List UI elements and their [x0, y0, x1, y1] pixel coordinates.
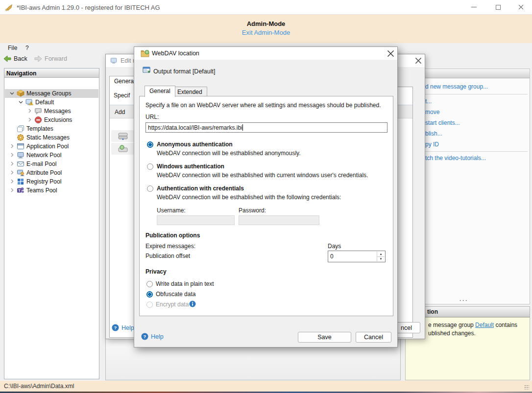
- output-format-icon: [143, 67, 151, 74]
- radio-windows-authentication[interactable]: [147, 163, 153, 170]
- password-input[interactable]: [239, 215, 319, 225]
- plain-text-label[interactable]: Write data in plain text: [156, 280, 214, 287]
- webdav-general-tab-content: Specify a file on an WebDAV server where…: [139, 96, 393, 316]
- chevron-right-icon[interactable]: [27, 117, 32, 122]
- webdav-help-link[interactable]: ? Help: [141, 333, 164, 340]
- chevron-right-icon[interactable]: [9, 187, 15, 193]
- task-link-copy-id[interactable]: py ID: [425, 141, 439, 148]
- password-label: Password:: [239, 207, 266, 214]
- message-groups-icon: [17, 90, 24, 97]
- minimize-button[interactable]: [465, 0, 482, 14]
- tree-item-teams-pool[interactable]: T Teams Pool: [5, 186, 98, 195]
- publication-offset-label: Publication offset: [145, 253, 190, 259]
- chevron-down-icon[interactable]: [9, 91, 15, 96]
- chevron-right-icon[interactable]: [9, 161, 15, 166]
- tree-item-attribute-pool[interactable]: Attribute Pool: [5, 168, 98, 177]
- webdav-dialog-title: WebDAV location: [152, 50, 199, 57]
- url-input[interactable]: https://data.local/IBI-aws/remarks.ibi: [145, 122, 387, 133]
- tab-extended[interactable]: Extended: [172, 87, 207, 97]
- menu-help[interactable]: ?: [25, 45, 29, 51]
- minimize-icon: [471, 7, 477, 7]
- task-link-add-message-group[interactable]: d new message group...: [425, 83, 488, 90]
- panel-splitter[interactable]: ···: [459, 297, 468, 304]
- close-icon: [518, 4, 524, 10]
- publication-options-header: Publication options: [145, 232, 200, 239]
- network-pool-icon: [17, 151, 24, 159]
- back-button[interactable]: Back: [3, 55, 27, 62]
- tree-label: Teams Pool: [26, 187, 57, 194]
- radio-anonymous-authentication[interactable]: [147, 141, 153, 148]
- radio-obfuscate-data[interactable]: [146, 291, 153, 298]
- chevron-down-icon[interactable]: [18, 99, 24, 105]
- task-link-publish[interactable]: blish...: [425, 130, 442, 137]
- tree-item-email-pool[interactable]: E-mail Pool: [5, 160, 98, 168]
- tree-label: Static Messages: [26, 134, 70, 141]
- svg-text:?: ?: [114, 325, 117, 330]
- credentials-authentication-label[interactable]: Authentication with credentials: [157, 185, 244, 192]
- windows-authentication-desc: WebDAV connection will be esthablished w…: [157, 172, 368, 179]
- encrypt-data-label: Encrypt data: [156, 301, 189, 308]
- webdav-dialog-close-button[interactable]: [387, 50, 395, 58]
- add-button[interactable]: Add: [115, 109, 125, 116]
- forward-button[interactable]: Forward: [34, 55, 67, 62]
- tree-label: Exclusions: [44, 116, 72, 123]
- resize-grip[interactable]: [524, 385, 529, 390]
- webdav-description: Specify a file on an WebDAV server where…: [145, 102, 381, 109]
- tree-item-templates[interactable]: Templates: [5, 124, 98, 133]
- tab-general[interactable]: General: [145, 86, 175, 97]
- tree-item-messages[interactable]: Messages: [5, 107, 98, 116]
- tree-item-application-pool[interactable]: Application Pool: [5, 142, 98, 151]
- anonymous-authentication-desc: WebDAV connection will be esthablished a…: [157, 150, 301, 157]
- menu-file[interactable]: File: [8, 45, 17, 51]
- information-text-line2: ublished changes.: [428, 330, 476, 337]
- task-link-edit[interactable]: t...: [425, 98, 432, 105]
- exit-admin-mode-link[interactable]: Exit Admin-Mode: [0, 29, 532, 36]
- output-format-label: Output format [Default]: [153, 68, 215, 75]
- chevron-right-icon[interactable]: [27, 108, 32, 114]
- close-button[interactable]: [512, 0, 529, 14]
- tree-item-default[interactable]: Default: [5, 98, 98, 107]
- username-input[interactable]: [157, 215, 235, 225]
- chevron-right-icon[interactable]: [9, 170, 15, 175]
- radio-encrypt-data[interactable]: [146, 301, 153, 308]
- task-link-remove[interactable]: move: [425, 109, 439, 116]
- drive-icon: [118, 131, 128, 141]
- info-icon[interactable]: [189, 301, 196, 307]
- credentials-authentication-desc: WebDAV connection will be esthablished w…: [157, 194, 341, 201]
- obfuscate-data-label[interactable]: Obfuscate data: [156, 291, 195, 298]
- webdav-drive-icon: [118, 144, 128, 154]
- tree-item-static-messages[interactable]: Static Messages: [5, 133, 98, 142]
- spin-down-icon[interactable]: ▼: [377, 257, 385, 262]
- application-pool-icon: [17, 142, 24, 150]
- chevron-right-icon[interactable]: [9, 143, 15, 149]
- back-arrow-icon: [3, 55, 11, 62]
- information-text-line1: e message group Default contains: [428, 322, 517, 328]
- message-group-warning-icon: [25, 98, 33, 106]
- windows-authentication-label[interactable]: Windows authentication: [157, 163, 224, 170]
- tree-item-network-pool[interactable]: Network Pool: [5, 151, 98, 160]
- spin-up-icon[interactable]: ▲: [377, 252, 385, 257]
- tree-item-message-groups[interactable]: Message Groups: [5, 89, 98, 98]
- admin-mode-title: Admin-Mode: [0, 20, 532, 27]
- publication-offset-spinner[interactable]: 0 ▲ ▼: [328, 251, 386, 262]
- chevron-right-icon[interactable]: [9, 179, 15, 184]
- radio-credentials-authentication[interactable]: [147, 185, 153, 192]
- radio-plain-text[interactable]: [146, 281, 153, 287]
- edit-dialog-close-button[interactable]: [415, 57, 423, 65]
- task-link-restart-clients[interactable]: start clients...: [425, 119, 460, 126]
- anonymous-authentication-label[interactable]: Anonymous authentication: [157, 141, 233, 148]
- default-group-link[interactable]: Default: [475, 322, 494, 328]
- maximize-button[interactable]: [490, 0, 507, 14]
- tasks-separator: [425, 151, 528, 152]
- tree-item-registry-pool[interactable]: Registry Pool: [5, 177, 98, 186]
- cancel-button[interactable]: Cancel: [356, 332, 391, 343]
- task-link-video-tutorials[interactable]: tch the video-tutorials...: [425, 155, 486, 162]
- url-label: URL:: [145, 114, 159, 120]
- tree-item-exclusions[interactable]: Exclusions: [5, 116, 98, 124]
- messages-icon: [34, 107, 42, 115]
- save-button[interactable]: Save: [298, 332, 351, 343]
- edit-dialog-help-link[interactable]: ? Help: [112, 324, 134, 331]
- chevron-right-icon[interactable]: [9, 152, 15, 158]
- email-pool-icon: [17, 160, 24, 168]
- forward-arrow-icon: [34, 55, 42, 62]
